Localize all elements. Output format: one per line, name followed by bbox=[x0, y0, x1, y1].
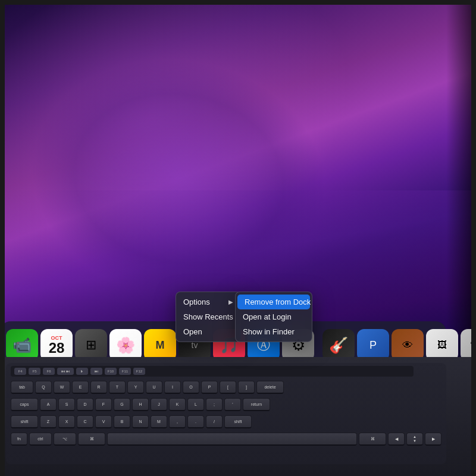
menu-item-open-at-login[interactable]: Open at Login bbox=[236, 309, 312, 324]
touchbar-btn-f5[interactable]: F5 bbox=[29, 368, 40, 375]
key-y[interactable]: Y bbox=[127, 381, 144, 394]
dock-icon-garageband[interactable]: 🎸 bbox=[322, 329, 355, 361]
key-cmd-right[interactable]: ⌘ bbox=[359, 433, 386, 446]
key-slash[interactable]: / bbox=[206, 415, 223, 428]
key-arrow-right[interactable]: ▶ bbox=[425, 433, 441, 446]
key-t[interactable]: T bbox=[109, 381, 126, 394]
key-delete[interactable]: delete bbox=[256, 381, 284, 394]
key-bracket-right[interactable]: ] bbox=[238, 381, 255, 394]
key-l[interactable]: L bbox=[187, 398, 204, 411]
dock-icon-facetime[interactable]: 📹 bbox=[6, 329, 38, 361]
key-a[interactable]: A bbox=[40, 398, 57, 411]
keyboard: F4 F5 F6 ⏮ ⏭ ⏵ ⏭ F10 F11 F12 tab Q W E R… bbox=[0, 357, 476, 476]
context-menu-right[interactable]: Remove from Dock Open at Login Show in F… bbox=[235, 292, 312, 342]
key-arrow-left[interactable]: ◀ bbox=[388, 433, 405, 446]
key-d[interactable]: D bbox=[77, 398, 93, 411]
key-r[interactable]: R bbox=[90, 381, 107, 394]
key-f[interactable]: F bbox=[95, 398, 112, 411]
key-comma[interactable]: , bbox=[169, 415, 186, 428]
touchbar-btn-f9[interactable]: ⏭ bbox=[90, 368, 102, 375]
dock-icon-calendar[interactable]: OCT 28 bbox=[40, 329, 73, 361]
dock-icon-miro[interactable]: M bbox=[144, 329, 176, 361]
key-k[interactable]: K bbox=[169, 398, 186, 411]
key-space[interactable] bbox=[107, 433, 357, 446]
key-w[interactable]: W bbox=[54, 381, 70, 394]
menu-item-remove-from-dock[interactable]: Remove from Dock bbox=[237, 295, 310, 309]
dock-icon-photos[interactable]: 🌸 bbox=[109, 329, 142, 361]
key-tab[interactable]: tab bbox=[11, 381, 33, 394]
key-u[interactable]: U bbox=[146, 381, 162, 394]
dock-icon-photos-stack[interactable]: 🖼 bbox=[426, 329, 458, 361]
key-c[interactable]: C bbox=[77, 415, 93, 428]
key-ctrl[interactable]: ctrl bbox=[29, 433, 52, 446]
dock-icon-pixelmator[interactable]: P bbox=[357, 329, 389, 361]
touchbar-btn-f11[interactable]: F11 bbox=[119, 368, 131, 375]
key-fn[interactable]: fn bbox=[11, 433, 27, 446]
key-option[interactable]: ⌥ bbox=[54, 433, 76, 446]
touchbar-btn-f4[interactable]: F4 bbox=[14, 368, 26, 375]
key-z[interactable]: Z bbox=[40, 415, 57, 428]
screen: Options ▶ Show Recents Open Remove from … bbox=[0, 0, 476, 476]
key-shift-right[interactable]: shift bbox=[224, 415, 252, 428]
key-j[interactable]: J bbox=[151, 398, 167, 411]
touchbar-btn-f6[interactable]: F6 bbox=[43, 368, 55, 375]
touchbar-btn-f12[interactable]: F12 bbox=[133, 368, 145, 375]
key-caps[interactable]: caps bbox=[11, 398, 38, 411]
key-return[interactable]: return bbox=[243, 398, 270, 411]
dock-icon-preview[interactable]: 👁 bbox=[392, 329, 424, 361]
key-cmd-left[interactable]: ⌘ bbox=[78, 433, 105, 446]
touchbar-btn-f8[interactable]: ⏵ bbox=[76, 368, 88, 375]
menu-item-show-in-finder[interactable]: Show in Finder bbox=[236, 324, 312, 339]
key-row-1: tab Q W E R T Y U I O P [ ] delete bbox=[6, 380, 446, 395]
key-row-2: caps A S D F G H J K L ; ' return bbox=[6, 397, 446, 412]
key-h[interactable]: H bbox=[132, 398, 149, 411]
key-period[interactable]: . bbox=[187, 415, 204, 428]
key-b[interactable]: B bbox=[114, 415, 130, 428]
key-semicolon[interactable]: ; bbox=[206, 398, 223, 411]
touchbar: F4 F5 F6 ⏮ ⏭ ⏵ ⏭ F10 F11 F12 bbox=[11, 366, 414, 377]
key-n[interactable]: N bbox=[132, 415, 149, 428]
key-arrow-updown[interactable]: ▲ ▼ bbox=[406, 433, 423, 446]
context-menu-left[interactable]: Options ▶ Show Recents Open bbox=[176, 292, 241, 342]
dock-icon-trash[interactable]: 🗑 bbox=[461, 329, 476, 361]
key-i[interactable]: I bbox=[164, 381, 181, 394]
menu-item-open[interactable]: Open bbox=[176, 324, 240, 339]
right-edge-shadow bbox=[446, 0, 476, 381]
key-g[interactable]: G bbox=[114, 398, 130, 411]
key-row-3: shift Z X C V B N M , . / shift bbox=[6, 414, 446, 430]
menu-item-options[interactable]: Options ▶ bbox=[176, 295, 240, 309]
submenu-arrow: ▶ bbox=[228, 299, 233, 305]
key-e[interactable]: E bbox=[72, 381, 89, 394]
keyboard-surface: F4 F5 F6 ⏮ ⏭ ⏵ ⏭ F10 F11 F12 tab Q W E R… bbox=[6, 363, 446, 464]
key-m[interactable]: M bbox=[151, 415, 167, 428]
touchbar-btn-f7[interactable]: ⏮ ⏭ bbox=[57, 368, 74, 375]
dock-icon-launchpad[interactable]: ⊞ bbox=[75, 329, 107, 361]
key-v[interactable]: V bbox=[95, 415, 112, 428]
menu-item-show-recents[interactable]: Show Recents bbox=[176, 309, 240, 324]
key-bracket-left[interactable]: [ bbox=[220, 381, 236, 394]
key-quote[interactable]: ' bbox=[224, 398, 241, 411]
key-row-4: fn ctrl ⌥ ⌘ ⌘ ◀ ▲ ▼ ▶ bbox=[6, 431, 446, 447]
key-o[interactable]: O bbox=[183, 381, 199, 394]
key-s[interactable]: S bbox=[58, 398, 75, 411]
key-shift-left[interactable]: shift bbox=[11, 415, 38, 428]
key-x[interactable]: X bbox=[58, 415, 75, 428]
key-q[interactable]: Q bbox=[35, 381, 52, 394]
touchbar-btn-f10[interactable]: F10 bbox=[105, 368, 117, 375]
key-p[interactable]: P bbox=[201, 381, 218, 394]
